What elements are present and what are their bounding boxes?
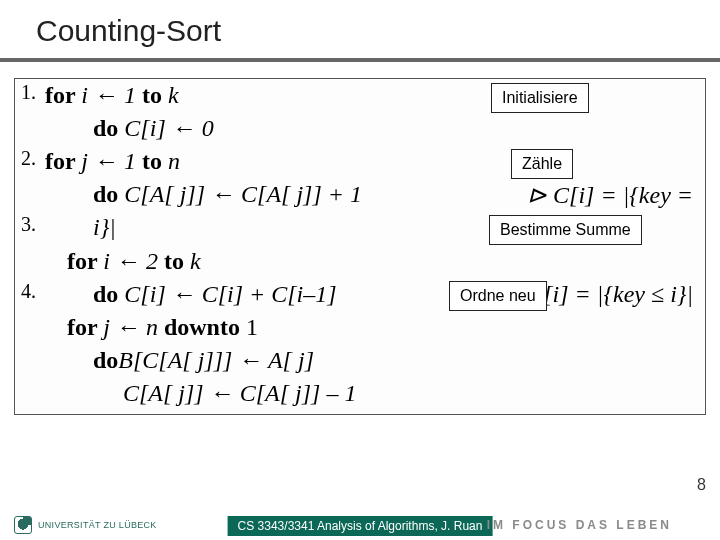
- code-text: k: [190, 248, 201, 274]
- kw-do: do: [93, 281, 124, 307]
- slide: Counting-Sort 1. for i ← 1 to k do C[i] …: [0, 0, 720, 540]
- footer-center: CS 3343/3341 Analysis of Algorithms, J. …: [228, 516, 493, 536]
- code-text: i ← 1: [81, 82, 142, 108]
- algorithm-box: 1. for i ← 1 to k do C[i] ← 0 2. for j ←…: [14, 78, 706, 415]
- kw-to: to: [142, 82, 168, 108]
- code-text: B[C[A[ j]]] ← A[ j]: [118, 347, 314, 373]
- kw-for: for: [45, 148, 81, 174]
- kw-to: to: [164, 248, 190, 274]
- code-text: 1: [246, 314, 258, 340]
- footer-right: IM FOCUS DAS LEBEN: [487, 518, 672, 532]
- algo-line-6: for i ← 2 to k: [21, 245, 699, 278]
- code-text: j ← n: [103, 314, 164, 340]
- line-number: 2.: [21, 145, 39, 173]
- footer-left: UNIVERSITÄT ZU LÜBECK: [14, 516, 157, 534]
- algo-line-3: 2. for j ← 1 to n: [21, 145, 699, 178]
- kw-for: for: [67, 248, 103, 274]
- label-reorder: Ordne neu: [449, 281, 547, 311]
- algo-line-7: 4. do C[i] ← C[i] + C[i–1] ⊳ C[i] = |{ke…: [21, 278, 699, 311]
- page-number: 8: [697, 476, 706, 494]
- kw-downto: downto: [164, 314, 246, 340]
- algo-line-8: for j ← n downto 1: [21, 311, 699, 344]
- university-logo-icon: [14, 516, 32, 534]
- algo-line-10: C[A[ j]] ← C[A[ j]] – 1: [21, 377, 699, 410]
- label-sum: Bestimme Summe: [489, 215, 642, 245]
- kw-do: do: [93, 347, 118, 373]
- comment-text: ⊳ C[i] = |{key =: [527, 178, 693, 212]
- code-text: k: [168, 82, 179, 108]
- line-number: 3.: [21, 211, 39, 239]
- algo-line-2: do C[i] ← 0: [21, 112, 699, 145]
- kw-for: for: [67, 314, 103, 340]
- code-text: C[A[ j]] ← C[A[ j]] + 1: [124, 181, 362, 207]
- label-initialize: Initialisiere: [491, 83, 589, 113]
- algo-line-1: 1. for i ← 1 to k: [21, 79, 699, 112]
- code-text: C[A[ j]] ← C[A[ j]] – 1: [123, 380, 356, 406]
- code-text: j ← 1: [81, 148, 142, 174]
- slide-body: 1. for i ← 1 to k do C[i] ← 0 2. for j ←…: [0, 62, 720, 415]
- code-text: C[i] ← C[i] + C[i–1]: [124, 281, 336, 307]
- label-count: Zähle: [511, 149, 573, 179]
- code-text: i ← 2: [103, 248, 164, 274]
- algo-line-9: doB[C[A[ j]]] ← A[ j]: [21, 344, 699, 377]
- footer-left-text: UNIVERSITÄT ZU LÜBECK: [38, 520, 157, 530]
- line-number: 4.: [21, 278, 39, 306]
- code-text: C[i] ← 0: [124, 115, 213, 141]
- kw-to: to: [142, 148, 168, 174]
- kw-do: do: [93, 115, 124, 141]
- kw-do: do: [93, 181, 124, 207]
- line-number: 1.: [21, 79, 39, 107]
- kw-for: for: [45, 82, 81, 108]
- code-text: i}|: [93, 214, 116, 240]
- code-text: n: [168, 148, 180, 174]
- slide-title: Counting-Sort: [0, 0, 720, 58]
- algo-line-4: do C[A[ j]] ← C[A[ j]] + 1 ⊳ C[i] = |{ke…: [21, 178, 699, 211]
